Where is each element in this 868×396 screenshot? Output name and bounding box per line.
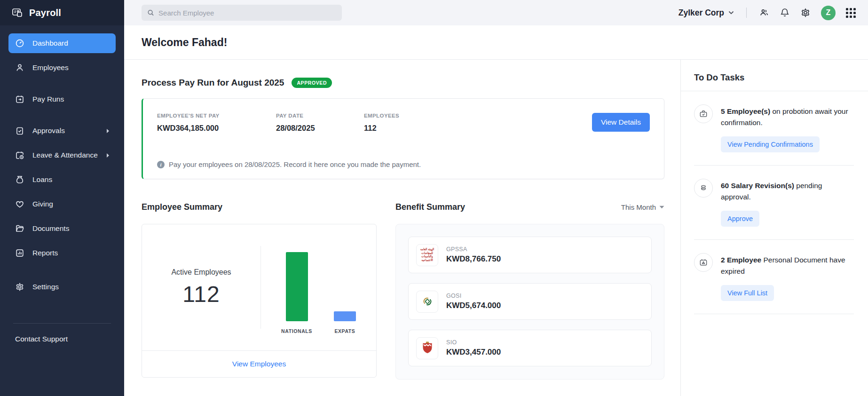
view-employees-link[interactable]: View Employees [232, 360, 286, 368]
stat-value: KWD364,185.000 [157, 124, 276, 133]
approvals-clipboard-check-icon [15, 126, 24, 135]
sidebar-item-settings[interactable]: Settings [8, 277, 116, 297]
calendar-alert-icon [694, 253, 713, 272]
sidebar: Payroll Dashboard Employees [0, 0, 124, 396]
todo-task-count: 2 Employee [721, 256, 761, 264]
sidebar-item-approvals[interactable]: Approvals [8, 121, 116, 141]
payrun-card: EMPLOYEE'S NET PAY KWD364,185.000 PAY DA… [142, 98, 664, 179]
settings-gear-icon[interactable] [800, 8, 811, 18]
employee-bar-chart: NATIONALS EXPATS [261, 241, 376, 334]
todo-panel: To Do Tasks 5 Employee(s) on prob [680, 60, 868, 396]
stat-value: 112 [364, 124, 399, 133]
sidebar-item-label: Employees [32, 63, 110, 72]
sidebar-item-label: Documents [32, 224, 110, 233]
employee-search[interactable] [142, 5, 342, 21]
todo-task-text: 5 Employee(s) on probotion await your co… [721, 104, 854, 128]
employee-summary-title: Employee Summary [142, 202, 222, 212]
user-avatar[interactable]: Z [821, 6, 836, 20]
notifications-bell-icon[interactable] [780, 8, 790, 18]
benefit-amount: KWD5,674.000 [446, 301, 501, 310]
bar-label: EXPATS [334, 328, 355, 334]
stat-value: 28/08/2025 [276, 124, 364, 133]
stat-employees: EMPLOYEES 112 [364, 113, 399, 133]
users-icon[interactable] [759, 8, 769, 18]
sidebar-item-giving[interactable]: Giving [8, 194, 116, 214]
active-employees-count: 112 [182, 281, 220, 307]
payroll-logo-icon [11, 7, 24, 19]
todo-task-text: 2 Employee Personal Document have expire… [721, 253, 854, 277]
chevron-down-icon [659, 206, 664, 209]
status-badge: APPROVED [292, 78, 332, 88]
payrun-note-text: Pay your employees on 28/08/2025. Record… [169, 160, 421, 168]
todo-divider [694, 314, 854, 314]
loans-money-bag-icon [15, 175, 24, 184]
approve-button[interactable]: Approve [721, 211, 759, 227]
sidebar-item-label: Approvals [32, 127, 98, 135]
sidebar-item-leave-attendance[interactable]: Leave & Attendance [8, 145, 116, 165]
search-icon [147, 9, 154, 16]
sidebar-item-employees[interactable]: Employees [8, 58, 116, 78]
sidebar-nav: Dashboard Employees Pay Runs [0, 25, 124, 301]
sidebar-item-dashboard[interactable]: Dashboard [8, 33, 116, 53]
employees-person-icon [15, 63, 24, 72]
page-title: Welcome Fahad! [142, 36, 227, 49]
employee-summary-card: Active Employees 112 NATIONALS [142, 224, 377, 378]
view-pending-confirmations-button[interactable]: View Pending Confirmations [721, 136, 820, 152]
view-full-list-button[interactable]: View Full List [721, 285, 774, 301]
org-name: Zylker Corp [679, 8, 724, 18]
benefit-amount: KWD8,766.750 [446, 254, 501, 264]
sidebar-item-loans[interactable]: Loans [8, 170, 116, 190]
welcome-banner: Welcome Fahad! [124, 25, 868, 60]
todo-task-text: 60 Salary Revision(s) pending approval. [721, 179, 854, 203]
org-switcher[interactable]: Zylker Corp [679, 8, 734, 18]
sidebar-item-pay-runs[interactable]: Pay Runs [8, 89, 116, 109]
todo-task-salary-revisions: 60 Salary Revision(s) pending approval. … [694, 166, 854, 240]
documents-folder-icon [15, 224, 24, 233]
app-logo[interactable]: Payroll [0, 0, 124, 25]
pay-runs-calendar-icon [15, 95, 24, 104]
nationals-bar [286, 252, 308, 321]
expats-bar [334, 311, 356, 321]
chevron-right-icon [106, 153, 110, 158]
sidebar-item-label: Settings [32, 283, 110, 291]
active-employees-label: Active Employees [171, 268, 231, 277]
topbar-divider [746, 8, 747, 18]
gpssa-logo: الهيئة العامة للمعاشات والتأمينات الاجتم… [416, 244, 438, 266]
app-title: Payroll [29, 8, 61, 18]
stat-label: EMPLOYEE'S NET PAY [157, 113, 276, 119]
benefit-row-gosi[interactable]: GOSI KWD5,674.000 [408, 283, 652, 320]
period-filter-dropdown[interactable]: This Month [621, 203, 664, 211]
view-details-button[interactable]: View Details [592, 113, 650, 132]
search-input[interactable] [158, 9, 336, 17]
sidebar-item-label: Loans [32, 175, 110, 184]
sidebar-item-label: Giving [32, 200, 110, 208]
benefit-summary-card: الهيئة العامة للمعاشات والتأمينات الاجتم… [395, 224, 664, 380]
sidebar-item-label: Pay Runs [32, 95, 110, 103]
dashboard-content: Process Pay Run for August 2025 APPROVED… [124, 60, 680, 396]
todo-task-count: 60 Salary Revision(s) [721, 182, 794, 190]
bar-nationals: NATIONALS [281, 252, 312, 334]
sidebar-item-reports[interactable]: Reports [8, 243, 116, 263]
benefit-row-gpssa[interactable]: الهيئة العامة للمعاشات والتأمينات الاجتم… [408, 237, 652, 273]
bar-expats: EXPATS [334, 311, 356, 334]
contact-support-link[interactable]: Contact Support [8, 335, 116, 343]
reports-bar-chart-icon [15, 248, 24, 258]
sidebar-item-label: Reports [32, 249, 110, 257]
benefit-name: SIO [446, 339, 501, 346]
sidebar-item-documents[interactable]: Documents [8, 219, 116, 238]
todo-title: To Do Tasks [681, 60, 868, 91]
stat-net-pay: EMPLOYEE'S NET PAY KWD364,185.000 [157, 113, 276, 133]
payrun-title: Process Pay Run for August 2025 [142, 78, 284, 88]
benefit-row-sio[interactable]: SIO KWD3,457.000 [408, 330, 652, 366]
stat-label: EMPLOYEES [364, 113, 399, 119]
bar-label: NATIONALS [281, 328, 312, 334]
info-icon: i [157, 161, 165, 168]
benefit-name: GOSI [446, 293, 501, 299]
benefit-summary-title: Benefit Summary [395, 202, 465, 212]
coins-stack-icon [694, 179, 713, 198]
stat-pay-date: PAY DATE 28/08/2025 [276, 113, 364, 133]
briefcase-check-icon [694, 104, 713, 123]
chevron-down-icon [728, 11, 734, 15]
apps-grid-icon[interactable] [846, 8, 856, 18]
leave-attendance-calendar-clock-icon [15, 150, 24, 160]
